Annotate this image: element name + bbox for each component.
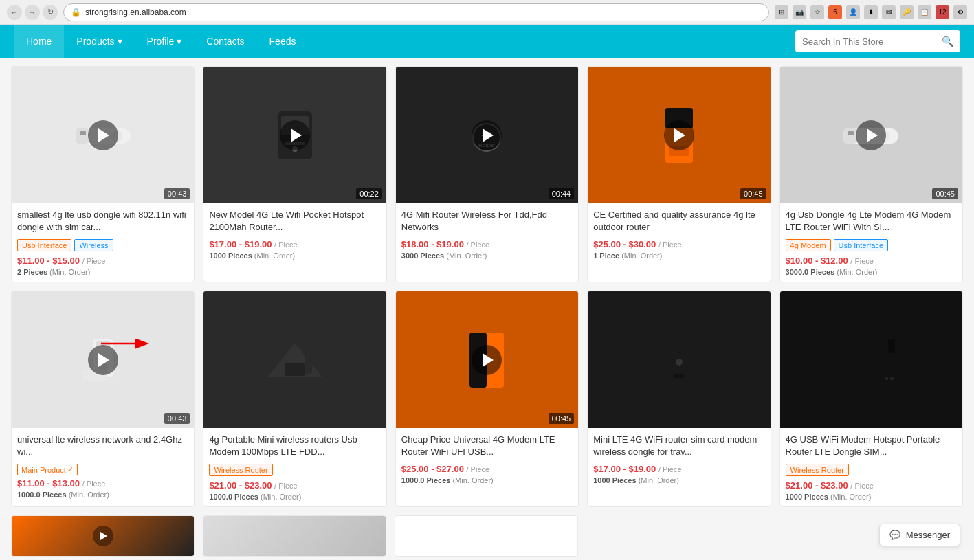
product-card-p6[interactable]: 00:43 universal lte wireless network and… — [11, 291, 195, 507]
price-range: $21.00 - $23.00 / Piece — [209, 480, 380, 491]
grid-icon[interactable]: ⊞ — [775, 5, 788, 19]
nav-profile[interactable]: Profile ▾ — [135, 25, 195, 58]
duration-badge: 00:45 — [549, 413, 575, 424]
search-box[interactable]: 🔍 — [795, 30, 960, 52]
nav-home[interactable]: Home — [14, 25, 64, 58]
price-range: $18.00 - $19.00 / Piece — [401, 239, 573, 249]
product-title: 4g Usb Dongle 4g Lte Modem 4G Modem LTE … — [786, 209, 957, 235]
svg-rect-24 — [285, 363, 305, 376]
browser-toolbar: ⊞ 📷 ☆ 6 👤 ⬇ ✉ 🔑 📋 12 ⚙ — [775, 5, 967, 19]
product-info: universal lte wireless network and 2.4Gh… — [12, 428, 194, 504]
product-tag: Usb Interface — [834, 239, 888, 251]
checkmark-icon: ✓ — [67, 465, 74, 474]
ext7-icon[interactable]: 12 — [936, 5, 949, 19]
partial-row — [0, 515, 974, 560]
product-image — [588, 291, 770, 428]
price-unit: / Piece — [274, 482, 298, 490]
messenger-button[interactable]: 💬 Messenger — [879, 524, 960, 546]
ext4-icon[interactable]: ✉ — [882, 5, 896, 19]
product-card-p8[interactable]: 00:45 Cheap Price Universal 4G Modem LTE… — [395, 291, 579, 507]
bookmark-icon[interactable]: ☆ — [810, 5, 824, 19]
favicon-icon: 🔒 — [71, 8, 81, 17]
play-button[interactable] — [88, 345, 118, 375]
product-image-wrap: 00:22 — [203, 67, 386, 203]
min-order: 1000 Pieces (Min. Order) — [593, 476, 764, 484]
product-card-p3[interactable]: 4GRouter 00:44 4G Mifi Router Wireless F… — [395, 66, 579, 282]
product-info: 4G USB WiFi Modem Hotspot Portable Route… — [780, 428, 962, 506]
play-icon — [291, 128, 302, 142]
back-button[interactable]: ← — [7, 5, 22, 20]
product-info: smallest 4g lte usb dongle wifi 802.11n … — [12, 203, 194, 282]
play-button[interactable] — [472, 345, 502, 375]
price-range: $17.00 - $19.00 / Piece — [209, 239, 380, 249]
screenshot-icon[interactable]: 📷 — [793, 5, 806, 19]
forward-button[interactable]: → — [25, 5, 40, 20]
play-button[interactable] — [472, 120, 502, 150]
product-title: 4g Portable Mini wireless routers Usb Mo… — [209, 434, 380, 460]
nav-feeds[interactable]: Feeds — [257, 25, 309, 58]
play-icon — [867, 128, 878, 142]
product-image-wrap — [203, 291, 386, 428]
product-card-p1[interactable]: 00:43 smallest 4g lte usb dongle wifi 80… — [11, 66, 195, 282]
duration-badge: 00:44 — [549, 188, 575, 199]
product-image-wrap: 00:43 — [12, 67, 194, 203]
product-title: 4G Mifi Router Wireless For Tdd,Fdd Netw… — [401, 209, 573, 235]
ext6-icon[interactable]: 📋 — [918, 5, 931, 19]
price-unit: / Piece — [467, 465, 490, 473]
ext5-icon[interactable]: 🔑 — [900, 5, 914, 19]
nav-products[interactable]: Products ▾ — [64, 25, 134, 58]
tag-list: 4g ModemUsb Interface — [786, 239, 957, 251]
product-card-p5[interactable]: 00:45 4g Usb Dongle 4g Lte Modem 4G Mode… — [779, 66, 963, 282]
navbar: Home Products ▾ Profile ▾ Contacts Feeds… — [0, 25, 974, 58]
product-card-p7[interactable]: 4g Portable Mini wireless routers Usb Mo… — [203, 291, 386, 507]
product-title: New Model 4G Lte Wifi Pocket Hotspot 210… — [209, 209, 380, 235]
svg-rect-33 — [885, 377, 888, 380]
product-title: CE Certified and quality assurance 4g lt… — [593, 209, 764, 235]
duration-badge: 00:43 — [164, 413, 190, 424]
nav-buttons: ← → ↻ — [7, 5, 58, 20]
svg-rect-16 — [843, 128, 857, 144]
product-card-p4[interactable]: 00:45 CE Certified and quality assurance… — [587, 66, 771, 282]
ext3-icon[interactable]: ⬇ — [864, 5, 878, 19]
price-range: $21.00 - $23.00 / Piece — [786, 480, 957, 491]
product-card-p2[interactable]: 00:22 New Model 4G Lte Wifi Pocket Hotsp… — [203, 66, 386, 282]
product-image-wrap: 4GRouter 00:44 — [396, 67, 578, 203]
price-unit: / Piece — [82, 480, 106, 488]
play-button[interactable] — [664, 120, 694, 150]
product-card-p10[interactable]: 4G USB WiFi Modem Hotspot Portable Route… — [779, 291, 963, 507]
min-order: 1000 Pieces (Min. Order) — [786, 493, 957, 501]
play-button[interactable] — [856, 120, 886, 150]
chevron-down-icon2: ▾ — [177, 36, 181, 47]
price-unit: / Piece — [274, 240, 298, 249]
min-order: 1000.0 Pieces (Min. Order) — [209, 493, 380, 501]
price-range: $10.00 - $12.00 / Piece — [786, 256, 957, 266]
product-grid-row1: 00:43 smallest 4g lte usb dongle wifi 80… — [0, 58, 974, 291]
reload-button[interactable]: ↻ — [43, 5, 58, 20]
svg-rect-32 — [888, 339, 895, 353]
price-unit: / Piece — [82, 257, 106, 265]
product-title: Cheap Price Universal 4G Modem LTE Route… — [401, 434, 573, 460]
ext2-icon[interactable]: 👤 — [846, 5, 860, 19]
product-info: Cheap Price Universal 4G Modem LTE Route… — [396, 428, 578, 490]
product-title: 4G USB WiFi Modem Hotspot Portable Route… — [786, 434, 957, 460]
play-button[interactable] — [88, 120, 118, 150]
product-tag: 4g Modem — [786, 239, 831, 251]
svg-rect-2 — [80, 131, 86, 135]
price-unit: / Piece — [658, 465, 682, 473]
address-bar[interactable]: 🔒 strongrising.en.alibaba.com — [63, 3, 769, 21]
product-image — [203, 291, 386, 428]
product-tag: Wireless Router — [786, 464, 849, 476]
ext8-icon[interactable]: ⚙ — [953, 5, 967, 19]
nav-contacts[interactable]: Contacts — [194, 25, 256, 58]
search-input[interactable] — [802, 36, 938, 47]
play-button[interactable] — [280, 120, 310, 150]
product-image-wrap: 00:43 — [12, 291, 194, 428]
product-card-p9[interactable]: Mini LTE 4G WiFi router sim card modem w… — [587, 291, 771, 507]
price-range: $25.00 - $30.00 / Piece — [593, 239, 764, 249]
url-text: strongrising.en.alibaba.com — [85, 8, 186, 17]
product-tag: Wireless — [74, 239, 113, 251]
ext1-icon[interactable]: 6 — [828, 5, 842, 19]
min-order: 1000.0 Pieces (Min. Order) — [401, 476, 573, 484]
svg-rect-25 — [305, 353, 312, 374]
duration-badge: 00:45 — [740, 188, 766, 199]
